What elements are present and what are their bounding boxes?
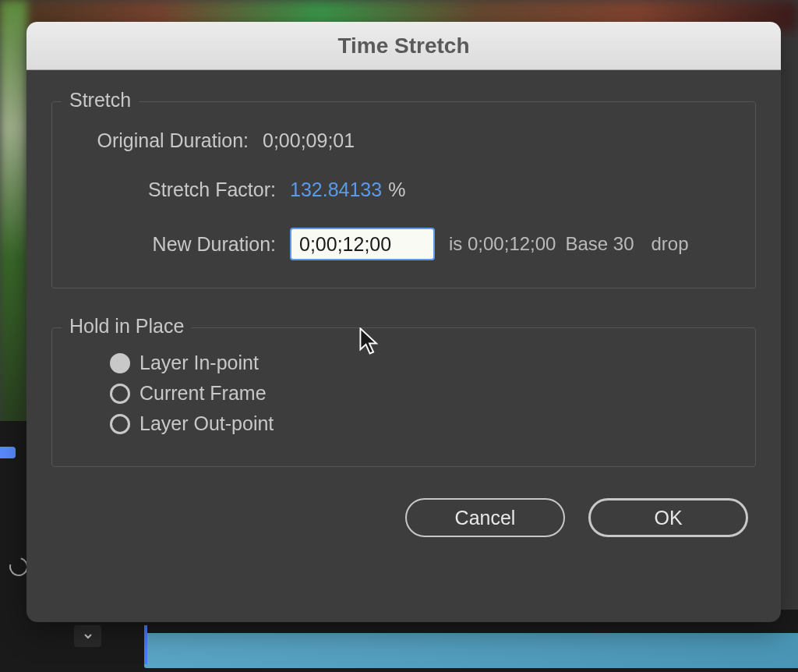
dialog-title: Time Stretch — [337, 34, 469, 58]
radio-icon — [110, 384, 130, 404]
time-stretch-dialog: Time Stretch Stretch Original Duration: … — [26, 22, 781, 622]
stretch-factor-row: Stretch Factor: 132.84133 % — [76, 179, 732, 201]
dialog-button-row: Cancel OK — [51, 498, 756, 537]
background-accent — [0, 447, 16, 458]
stretch-factor-value[interactable]: 132.84133 — [290, 179, 382, 201]
ok-button[interactable]: OK — [588, 498, 748, 537]
stretch-legend: Stretch — [62, 89, 139, 111]
new-duration-base-text: Base 30 — [565, 233, 634, 255]
chevron-down-icon — [82, 630, 94, 642]
dialog-titlebar: Time Stretch — [26, 22, 781, 70]
timeline-layer-strip[interactable] — [144, 633, 798, 668]
stretch-factor-label: Stretch Factor: — [76, 179, 290, 201]
new-duration-drop-text: drop — [651, 233, 689, 255]
hold-in-place-fieldset: Hold in Place Layer In-point Current Fra… — [51, 327, 756, 467]
radio-label: Layer In-point — [139, 352, 259, 374]
radio-layer-in-point[interactable]: Layer In-point — [110, 352, 732, 374]
stretch-fieldset: Stretch Original Duration: 0;00;09;01 St… — [51, 101, 756, 288]
radio-label: Layer Out-point — [139, 412, 274, 435]
hold-legend: Hold in Place — [62, 315, 192, 338]
stretch-factor-unit: % — [388, 179, 405, 201]
new-duration-row: New Duration: is 0;00;12;00 Base 30 drop — [76, 228, 732, 260]
radio-label: Current Frame — [139, 382, 267, 405]
new-duration-is-text: is 0;00;12;00 — [449, 233, 556, 255]
background-image-left — [0, 0, 27, 429]
original-duration-row: Original Duration: 0;00;09;01 — [76, 129, 732, 152]
original-duration-label: Original Duration: — [76, 129, 263, 152]
new-duration-label: New Duration: — [76, 233, 290, 256]
new-duration-input[interactable] — [290, 228, 435, 260]
dialog-body: Stretch Original Duration: 0;00;09;01 St… — [26, 70, 781, 561]
cancel-button[interactable]: Cancel — [405, 498, 565, 537]
radio-icon — [110, 414, 130, 434]
timeline-playhead[interactable] — [144, 625, 147, 664]
radio-layer-out-point[interactable]: Layer Out-point — [110, 412, 732, 435]
radio-icon — [110, 353, 130, 373]
collapse-button[interactable] — [74, 625, 101, 647]
radio-current-frame[interactable]: Current Frame — [110, 382, 732, 405]
original-duration-value: 0;00;09;01 — [263, 129, 355, 152]
hold-radio-group: Layer In-point Current Frame Layer Out-p… — [76, 352, 732, 435]
